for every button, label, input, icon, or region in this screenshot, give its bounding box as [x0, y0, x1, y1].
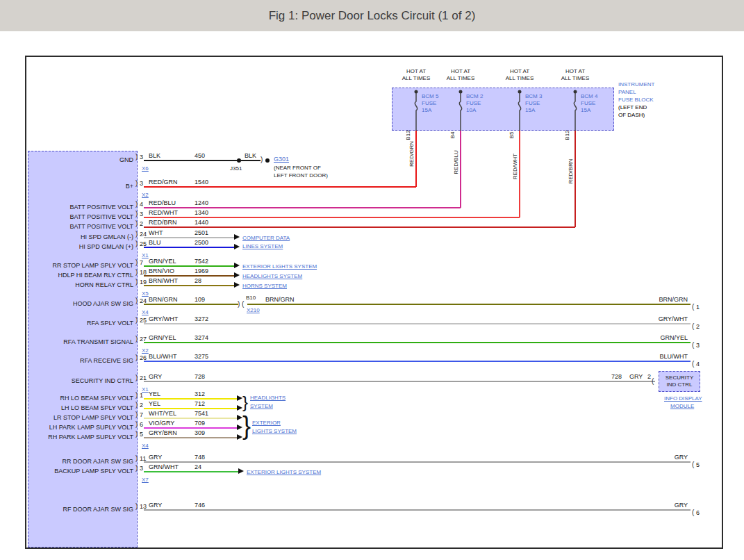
inline-connector-pin: B10 [246, 295, 256, 302]
wire-color-label-vertical: RED/BLU [453, 147, 459, 178]
module-pin-label: B+ [29, 183, 133, 190]
security-box-label: IND CTRL [667, 381, 693, 388]
inline-connector-arc: ( [242, 300, 244, 308]
ground-ref-link[interactable]: G301 [274, 156, 289, 163]
splice-label: J351 [230, 165, 242, 172]
connector-link-x2[interactable]: X2 [142, 192, 149, 198]
wire [144, 418, 237, 419]
system-link-horns[interactable]: HORNS SYSTEM [242, 283, 287, 290]
wire-color-label: RED/BRN [149, 219, 177, 227]
module-pin-label: RF DOOR AJAR SW SIG [29, 506, 133, 513]
component-link-info-display-module[interactable]: MODULE [670, 403, 694, 410]
system-link-exterior-lights[interactable]: EXTERIOR LIGHTS SYSTEM [247, 469, 321, 476]
connector-link-x1[interactable]: X1 [142, 252, 149, 258]
wire-color-label-vertical: RED/GRN [408, 139, 415, 170]
figure-title-bar: Fig 1: Power Door Locks Circuit (1 of 2) [0, 0, 744, 31]
connector-link-x6[interactable]: X6 [142, 165, 149, 172]
pin-number: 3 [135, 179, 143, 187]
wire-color-label: YEL [149, 400, 160, 408]
fuse-label-bcm3[interactable]: BCM 3FUSE15A [525, 93, 542, 114]
arrow-icon [234, 282, 240, 288]
connector-link-x210[interactable]: X210 [247, 307, 260, 314]
connector-link-x4[interactable]: X4 [142, 443, 149, 449]
security-pin-number: 2 [647, 373, 651, 381]
circuit-number: 3275 [195, 353, 208, 361]
wire-color-label: BRN/GRN [265, 296, 295, 304]
wire [144, 247, 234, 248]
wire-color-label-right: BRN/GRN [638, 296, 688, 303]
wire [144, 237, 234, 238]
pin-number: 7 [135, 258, 143, 266]
circuit-number: 109 [195, 296, 205, 304]
circuit-number: 1540 [195, 179, 208, 186]
connector-link-x4[interactable]: X4 [142, 309, 149, 315]
system-link-exterior-lights[interactable]: LIGHTS SYSTEM [252, 428, 297, 435]
system-link-exterior-lights[interactable]: EXTERIOR [252, 420, 281, 427]
wire [144, 160, 238, 161]
wire [144, 323, 691, 324]
wire-color-label: GRN/WHT [149, 463, 179, 471]
wire [144, 437, 237, 438]
wire-color-label: BLK [149, 152, 160, 160]
wire [144, 408, 237, 409]
system-link-headlights[interactable]: HEADLIGHTS [250, 395, 286, 402]
module-pin-label: BACKUP LAMP SPLY VOLT [29, 468, 133, 475]
fuse-label-bcm4[interactable]: BCM 4FUSE15A [581, 93, 597, 114]
module-pin-label: HI SPD GMLAN (+) [29, 243, 133, 251]
wire [144, 186, 416, 188]
module-pin-label: GND [29, 156, 133, 164]
connector-link-x7[interactable]: X7 [142, 477, 149, 483]
brace: } [242, 411, 251, 440]
system-link-exterior-lights[interactable]: EXTERIOR LIGHTS SYSTEM [242, 263, 317, 270]
fuse-block-caption: INSTRUMENT PANEL FUSE BLOCK (LEFT END OF… [618, 81, 654, 119]
module-pin-label: RH LO BEAM SPLY VOLT [29, 395, 133, 402]
module-pin-label: LH PARK LAMP SUPLY VOLT [29, 424, 133, 431]
arrow-icon [237, 405, 242, 411]
circuit-number: 1240 [195, 199, 208, 207]
system-link-computer-data[interactable]: COMPUTER DATA [242, 235, 290, 242]
wire [144, 427, 237, 429]
fuse-label-bcm2[interactable]: BCM 2FUSE10A [466, 93, 483, 114]
wire [144, 361, 691, 362]
wire-color-label: RED/BLU [149, 199, 176, 207]
arrow-icon [238, 468, 244, 474]
connector-link-x2[interactable]: X2 [142, 347, 149, 354]
fuse-pin-id: B12 [564, 126, 570, 145]
ground-location: (NEAR FRONT OF [274, 165, 321, 172]
wire-color-label-right: BLU/WHT [638, 353, 688, 360]
wire-color-label: GRN/YEL [149, 334, 176, 342]
module-pin-label: SECURITY IND CTRL [29, 377, 133, 385]
arrow-icon [234, 263, 240, 268]
circuit-number: 7541 [195, 410, 208, 418]
wire [247, 304, 691, 305]
wire-color-label: BRN/WHT [149, 277, 178, 285]
pin-number: 3 [135, 153, 143, 160]
wire-color-label-right: GRY/WHT [638, 315, 688, 322]
circuit-number: 748 [195, 454, 205, 461]
arrow-icon [237, 434, 242, 440]
circuit-number: 3272 [195, 315, 208, 323]
circuit-number: 450 [195, 152, 205, 160]
module-pin-label: RFA RECEIVE SIG [29, 357, 133, 365]
hot-at-all-times-label: HOT ATALL TIMES [394, 68, 438, 82]
circuit-number: 728 [195, 373, 205, 381]
connector-link-x5[interactable]: X5 [142, 290, 149, 297]
wire [144, 217, 520, 218]
wire [144, 461, 691, 463]
circuit-number: 712 [195, 400, 205, 408]
system-link-computer-data[interactable]: LINES SYSTEM [242, 243, 283, 250]
wire-color-label-right: GRN/YEL [638, 334, 688, 341]
system-link-headlights[interactable]: SYSTEM [250, 403, 273, 410]
brace: } [242, 393, 248, 412]
fuse-label-bcm5[interactable]: BCM 5FUSE15A [422, 93, 438, 114]
pin-number: 7 [135, 411, 143, 418]
wire-color-label: GRY/BRN [149, 429, 177, 437]
system-link-headlights[interactable]: HEADLIGHTS SYSTEM [242, 273, 302, 280]
component-link-info-display-module[interactable]: INFO DISPLAY [664, 395, 702, 402]
pin-number: 6 [135, 420, 143, 428]
wire [144, 509, 691, 511]
arrow-icon [234, 234, 240, 240]
arrow-icon [237, 395, 242, 401]
wire [460, 131, 461, 208]
wire [519, 131, 520, 217]
